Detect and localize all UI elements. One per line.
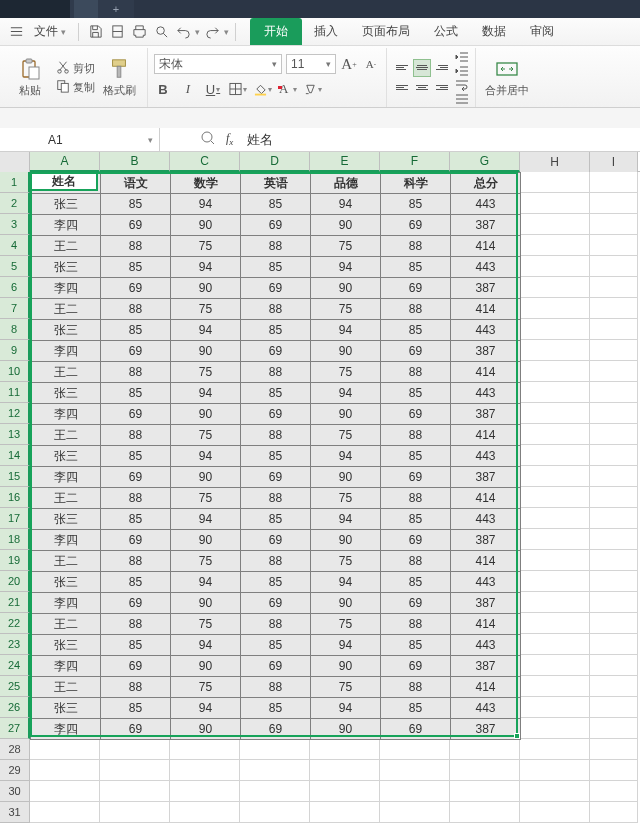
table-cell[interactable]: 90 (311, 593, 381, 614)
row-header[interactable]: 26 (0, 697, 30, 718)
column-header[interactable]: I (590, 152, 638, 172)
row-header[interactable]: 22 (0, 613, 30, 634)
table-cell[interactable]: 88 (101, 614, 171, 635)
table-cell[interactable]: 88 (381, 488, 451, 509)
table-cell[interactable]: 90 (171, 404, 241, 425)
wrap-text-button[interactable] (455, 79, 469, 91)
table-cell[interactable]: 69 (101, 530, 171, 551)
table-cell[interactable]: 88 (101, 236, 171, 257)
table-cell[interactable]: 69 (381, 341, 451, 362)
table-cell[interactable]: 414 (451, 425, 521, 446)
row-header[interactable]: 24 (0, 655, 30, 676)
table-cell[interactable]: 90 (171, 656, 241, 677)
table-cell[interactable]: 75 (311, 425, 381, 446)
table-cell[interactable]: 90 (311, 530, 381, 551)
table-cell[interactable]: 张三 (31, 446, 101, 467)
table-cell[interactable]: 85 (101, 572, 171, 593)
table-cell[interactable]: 69 (241, 404, 311, 425)
table-cell[interactable]: 75 (171, 236, 241, 257)
row-header[interactable]: 3 (0, 214, 30, 235)
clear-format-button[interactable]: ▾ (304, 80, 322, 98)
align-left-button[interactable] (393, 79, 411, 97)
table-cell[interactable]: 85 (381, 383, 451, 404)
table-cell[interactable]: 85 (381, 257, 451, 278)
table-cell[interactable]: 69 (381, 404, 451, 425)
table-cell[interactable]: 88 (241, 677, 311, 698)
row-header[interactable]: 8 (0, 319, 30, 340)
name-box[interactable]: A1 ▾ (0, 128, 160, 152)
expand-icon[interactable] (200, 130, 216, 149)
table-cell[interactable]: 75 (171, 488, 241, 509)
table-cell[interactable]: 69 (381, 593, 451, 614)
table-cell[interactable]: 88 (101, 551, 171, 572)
row-header[interactable]: 1 (0, 172, 30, 193)
font-name-select[interactable]: 宋体 ▾ (154, 54, 282, 74)
table-cell[interactable]: 李四 (31, 341, 101, 362)
format-painter-button[interactable]: 格式刷 (97, 50, 141, 106)
table-cell[interactable]: 414 (451, 299, 521, 320)
table-cell[interactable]: 443 (451, 635, 521, 656)
table-cell[interactable]: 85 (381, 635, 451, 656)
table-cell[interactable]: 69 (241, 656, 311, 677)
table-cell[interactable]: 88 (381, 551, 451, 572)
table-cell[interactable]: 85 (381, 698, 451, 719)
table-cell[interactable]: 张三 (31, 194, 101, 215)
row-header[interactable]: 14 (0, 445, 30, 466)
underline-button[interactable]: U▾ (204, 80, 222, 98)
fx-icon[interactable]: fx (226, 131, 233, 147)
table-cell[interactable]: 88 (241, 299, 311, 320)
table-cell[interactable]: 94 (171, 194, 241, 215)
table-cell[interactable]: 85 (241, 446, 311, 467)
table-cell[interactable]: 94 (171, 383, 241, 404)
table-cell[interactable]: 75 (171, 677, 241, 698)
table-cell[interactable]: 90 (311, 656, 381, 677)
table-cell[interactable]: 85 (101, 257, 171, 278)
table-cell[interactable]: 张三 (31, 698, 101, 719)
table-cell[interactable]: 88 (241, 362, 311, 383)
table-cell[interactable]: 85 (241, 320, 311, 341)
table-cell[interactable]: 王二 (31, 551, 101, 572)
table-cell[interactable]: 387 (451, 593, 521, 614)
table-cell[interactable]: 387 (451, 341, 521, 362)
table-cell[interactable]: 75 (311, 362, 381, 383)
new-tab-button[interactable]: + (98, 3, 134, 15)
table-cell[interactable]: 414 (451, 614, 521, 635)
table-cell[interactable]: 王二 (31, 236, 101, 257)
table-cell[interactable]: 李四 (31, 530, 101, 551)
table-cell[interactable]: 85 (241, 509, 311, 530)
table-cell[interactable]: 90 (311, 719, 381, 740)
undo-icon[interactable] (173, 22, 193, 42)
file-menu[interactable]: 文件 ▾ (28, 21, 72, 42)
table-cell[interactable]: 69 (381, 719, 451, 740)
row-header[interactable]: 16 (0, 487, 30, 508)
table-cell[interactable]: 王二 (31, 677, 101, 698)
row-header[interactable]: 19 (0, 550, 30, 571)
row-header[interactable]: 20 (0, 571, 30, 592)
align-center-button[interactable] (413, 79, 431, 97)
table-cell[interactable]: 75 (171, 362, 241, 383)
search-icon[interactable] (151, 22, 171, 42)
table-cell[interactable]: 443 (451, 572, 521, 593)
font-color-button[interactable]: A▾ (279, 80, 297, 98)
table-cell[interactable]: 90 (311, 404, 381, 425)
tab-formula[interactable]: 公式 (422, 19, 470, 44)
row-header[interactable]: 17 (0, 508, 30, 529)
increase-font-button[interactable]: A+ (340, 55, 358, 73)
table-cell[interactable]: 94 (171, 509, 241, 530)
table-header-cell[interactable]: 姓名 (31, 173, 101, 194)
table-cell[interactable]: 414 (451, 551, 521, 572)
table-cell[interactable]: 85 (101, 509, 171, 530)
table-cell[interactable]: 414 (451, 677, 521, 698)
table-cell[interactable]: 75 (171, 425, 241, 446)
table-cell[interactable]: 王二 (31, 362, 101, 383)
table-cell[interactable]: 69 (381, 278, 451, 299)
undo-dropdown[interactable]: ▾ (195, 27, 200, 37)
row-header[interactable]: 23 (0, 634, 30, 655)
row-header[interactable]: 15 (0, 466, 30, 487)
table-cell[interactable]: 85 (241, 257, 311, 278)
table-cell[interactable]: 85 (101, 194, 171, 215)
table-cell[interactable]: 88 (101, 299, 171, 320)
table-cell[interactable]: 75 (171, 551, 241, 572)
table-cell[interactable]: 88 (381, 677, 451, 698)
table-cell[interactable]: 75 (311, 677, 381, 698)
